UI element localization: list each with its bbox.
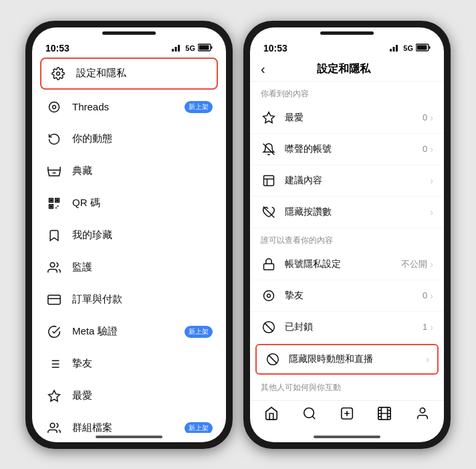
meta-auth-icon — [45, 323, 63, 341]
status-icons-right: 5G — [390, 43, 431, 53]
nav-profile[interactable] — [415, 406, 430, 425]
blocked-value: 1 — [423, 322, 427, 332]
svg-rect-0 — [172, 49, 174, 52]
svg-rect-38 — [417, 45, 427, 50]
settings-item-account-privacy[interactable]: 帳號隱私設定 不公開 › — [250, 249, 444, 280]
menu-item-favorites[interactable]: 最愛 — [35, 380, 223, 412]
close-friends-right-value: 0 — [423, 290, 427, 300]
network-left: 5G — [185, 44, 195, 52]
settings-item-blocked[interactable]: 已封鎖 1 › — [250, 312, 444, 343]
notch-bar-right — [320, 31, 374, 35]
suggested-chevron: › — [430, 175, 433, 186]
menu-item-threads[interactable]: Threads 新上架 — [35, 91, 223, 123]
home-indicator-right — [250, 433, 444, 442]
svg-rect-34 — [390, 49, 392, 52]
muted-label: 噤聲的帳號 — [285, 143, 423, 155]
menu-item-archive[interactable]: 典藏 — [35, 155, 223, 187]
favorites-icon — [45, 387, 63, 405]
muted-icon — [261, 141, 277, 157]
supervision-icon — [45, 259, 63, 276]
back-button[interactable]: ‹ — [261, 62, 265, 77]
signal-icon-left — [172, 43, 183, 53]
svg-point-23 — [50, 262, 55, 267]
svg-point-47 — [264, 290, 274, 300]
close-friends-right-icon — [261, 288, 277, 304]
account-privacy-label: 帳號隱私設定 — [285, 258, 401, 270]
status-bar-right: 10:53 5G — [250, 36, 444, 56]
blocked-chevron: › — [430, 322, 433, 333]
muted-chevron: › — [430, 144, 433, 155]
fav-label: 最愛 — [285, 112, 423, 124]
signal-icon-right — [390, 43, 400, 53]
meta-auth-badge: 新上架 — [185, 326, 213, 338]
suggested-icon — [261, 173, 277, 189]
menu-item-supervision[interactable]: 監護 — [35, 252, 223, 284]
saved-icon — [45, 227, 63, 244]
settings-item-muted[interactable]: 噤聲的帳號 0 › — [250, 134, 444, 165]
menu-label-favorites: 最愛 — [72, 389, 213, 402]
svg-rect-14 — [56, 199, 58, 201]
menu-item-saved[interactable]: 我的珍藏 — [35, 219, 223, 252]
settings-item-hide-story[interactable]: 隱藏限時動態和直播 › — [255, 344, 439, 375]
section-label-interaction: 其他人可如何與你互動 — [250, 375, 444, 396]
group-badge: 新上架 — [185, 422, 213, 433]
battery-right — [416, 43, 431, 53]
settings-scroll: 你看到的內容 最愛 0 › 噤聲的帳號 0 › — [250, 82, 444, 400]
menu-item-close-friends[interactable]: 摯友 — [35, 348, 223, 380]
status-bar-left: 10:53 5G — [32, 36, 226, 56]
account-privacy-value: 不公開 — [401, 258, 427, 270]
time-left: 10:53 — [45, 43, 70, 54]
menu-label-orders: 訂單與付款 — [72, 293, 213, 306]
svg-point-33 — [50, 423, 55, 428]
suggested-label: 建議內容 — [285, 175, 427, 187]
hide-story-chevron: › — [426, 354, 429, 365]
time-right: 10:53 — [263, 43, 287, 54]
status-icons-left: 5G — [172, 43, 213, 53]
nav-home[interactable] — [264, 406, 279, 425]
nav-reels[interactable] — [377, 406, 392, 425]
section-label-content: 你看到的內容 — [250, 82, 444, 102]
svg-marker-32 — [49, 390, 60, 401]
svg-marker-40 — [263, 112, 275, 122]
close-friends-right-label: 摯友 — [285, 290, 423, 302]
menu-label-saved: 我的珍藏 — [72, 229, 213, 242]
menu-item-orders[interactable]: 訂單與付款 — [35, 284, 223, 316]
svg-line-45 — [263, 206, 275, 217]
svg-rect-1 — [175, 47, 177, 52]
qr-icon — [45, 195, 63, 212]
svg-point-48 — [267, 294, 271, 297]
settings-title: 設定和隱私 — [271, 62, 417, 76]
menu-item-group-profile[interactable]: 群組檔案 新上架 — [35, 412, 223, 433]
phone-right: 10:53 5G ‹ 設定和隱私 你看到的內容 — [243, 21, 451, 449]
menu-label-meta-auth: Meta 驗證 — [72, 325, 185, 338]
svg-line-52 — [269, 355, 277, 363]
settings-item-message-reply[interactable]: 訊息和限時動態回覆 › — [250, 396, 444, 400]
account-privacy-chevron: › — [430, 259, 433, 270]
hide-likes-icon — [261, 204, 277, 220]
home-indicator-left — [32, 433, 226, 442]
nav-add[interactable] — [340, 406, 354, 425]
settings-item-close-friends-right[interactable]: 摯友 0 › — [250, 280, 444, 312]
archive-icon — [45, 163, 63, 180]
hide-likes-chevron: › — [430, 207, 433, 217]
menu-label-settings: 設定和隱私 — [76, 67, 209, 80]
menu-label-group: 群組檔案 — [72, 421, 185, 433]
settings-item-favorites[interactable]: 最愛 0 › — [250, 102, 444, 134]
settings-item-suggested[interactable]: 建議內容 › — [250, 165, 444, 197]
nav-search[interactable] — [302, 406, 317, 425]
menu-item-meta-auth[interactable]: Meta 驗證 新上架 — [35, 316, 223, 348]
fav-icon — [261, 110, 277, 126]
menu-item-activity[interactable]: 你的動態 — [35, 123, 223, 155]
settings-detail-header: ‹ 設定和隱私 — [250, 56, 444, 82]
bottom-nav-right — [250, 400, 444, 433]
menu-list-left: 設定和隱私 ← Threads 新上架 你的動 — [32, 56, 226, 433]
settings-item-hide-likes[interactable]: 隱藏按讚數 › — [250, 197, 444, 228]
activity-icon — [45, 130, 63, 148]
menu-item-settings-privacy[interactable]: 設定和隱私 ← — [40, 58, 218, 90]
menu-item-qr[interactable]: QR 碼 — [35, 187, 223, 219]
svg-rect-15 — [50, 205, 52, 207]
network-right: 5G — [403, 44, 413, 52]
svg-point-8 — [53, 105, 56, 108]
notch-area — [32, 27, 226, 36]
svg-point-6 — [57, 72, 60, 75]
